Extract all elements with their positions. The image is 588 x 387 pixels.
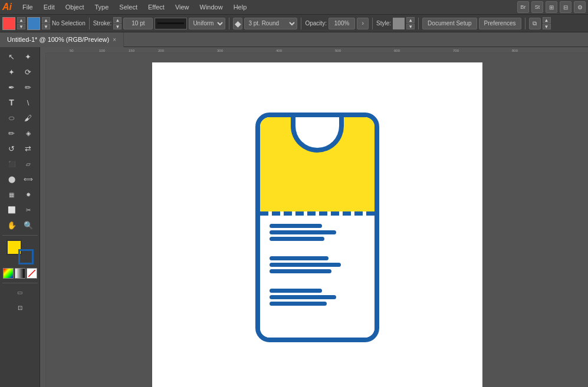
opacity-options-icon[interactable]: ›	[357, 18, 369, 29]
tool-row-10: ▦ ✸	[4, 187, 36, 201]
column-graph-tool[interactable]: ▦	[4, 187, 19, 201]
stroke-type-select[interactable]: Uniform	[189, 18, 225, 29]
ellipse-tool[interactable]: ⬭	[4, 111, 19, 125]
separator-6	[525, 18, 525, 29]
opacity-input[interactable]	[329, 18, 355, 29]
stroke-profile-select[interactable]: 3 pt. Round	[244, 18, 297, 29]
screen-mode-btn[interactable]: ⊡	[12, 300, 28, 315]
stroke-up-arrow[interactable]: ▲	[42, 17, 50, 23]
tool-row-11: ⬜ ✂	[4, 203, 36, 217]
menu-object[interactable]: Object	[61, 2, 89, 12]
zoom-tool[interactable]: 🔍	[21, 218, 36, 232]
text-line-7	[270, 289, 322, 293]
left-toolbar: ↖ ✦ ✦ ⟳ ✒ ✏ T \ ⬭ 🖌 ✏ ◈ ↺ ⇄ ⬛ ▱	[0, 47, 40, 387]
extensions-icon[interactable]: ⚙	[574, 1, 586, 13]
direct-select-tool[interactable]: ✦	[21, 49, 36, 64]
stroke-label: Stroke:	[93, 20, 112, 27]
stock-icon[interactable]: St	[531, 1, 543, 13]
tool-row-4: T \	[4, 95, 36, 110]
separator-2	[229, 18, 229, 29]
menu-type[interactable]: Type	[90, 2, 114, 12]
panels-down[interactable]: ▼	[543, 24, 551, 29]
text-line-1	[270, 224, 322, 228]
fill-stroke-box	[6, 240, 34, 264]
style-up[interactable]: ▲	[406, 17, 415, 23]
reflect-tool[interactable]: ⇄	[21, 141, 36, 156]
preferences-button[interactable]: Preferences	[479, 18, 521, 29]
stroke-box[interactable]	[18, 249, 34, 264]
hand-tool[interactable]: ✋	[4, 218, 19, 232]
stroke-color-swatch[interactable]	[27, 17, 40, 30]
app-logo: Ai	[2, 2, 12, 12]
stroke-size-up[interactable]: ▲	[113, 17, 121, 23]
document-setup-button[interactable]: Document Setup	[422, 18, 477, 29]
opacity-label: Opacity:	[305, 20, 327, 27]
workspace-icon[interactable]: ⊞	[546, 1, 557, 13]
warp-tool[interactable]: ⬤	[4, 172, 19, 186]
stroke-value-input[interactable]	[123, 18, 153, 29]
lasso-tool[interactable]: ⟳	[21, 65, 36, 79]
eraser-tool[interactable]: ◈	[21, 126, 36, 140]
fill-color-swatch[interactable]	[2, 17, 15, 30]
svg-text:200: 200	[158, 49, 165, 52]
separator-4	[372, 18, 373, 29]
vertical-ruler	[40, 53, 46, 387]
tool-row-8: ⬛ ▱	[4, 157, 36, 171]
rotate-tool[interactable]: ↺	[4, 141, 19, 156]
stroke-down-arrow[interactable]: ▼	[42, 24, 50, 29]
text-line-8	[270, 295, 336, 299]
fill-down-arrow[interactable]: ▼	[17, 24, 25, 29]
panels-up[interactable]: ▲	[543, 17, 551, 23]
document-tab[interactable]: Untitled-1* @ 100% (RGB/Preview) ×	[0, 32, 124, 47]
menu-edit[interactable]: Edit	[39, 2, 60, 12]
stroke-options-icon[interactable]: ◆	[233, 18, 242, 29]
style-down[interactable]: ▼	[406, 24, 415, 29]
tool-row-12: ✋ 🔍	[4, 218, 36, 232]
svg-text:700: 700	[453, 49, 459, 52]
color-mode-row	[3, 268, 37, 279]
artboard-tool[interactable]: ⬜	[4, 203, 19, 217]
none-icon[interactable]	[27, 268, 37, 279]
bridge-icon[interactable]: Br	[517, 1, 529, 13]
svg-line-0	[28, 270, 35, 277]
separator-1	[89, 18, 90, 29]
width-tool[interactable]: ⟺	[21, 172, 36, 186]
curvature-tool[interactable]: ✏	[21, 80, 36, 94]
magic-wand-tool[interactable]: ✦	[4, 65, 19, 79]
menu-window[interactable]: Window	[195, 2, 228, 12]
gradient-icon[interactable]	[15, 268, 25, 279]
style-swatch[interactable]	[393, 18, 405, 29]
shear-tool[interactable]: ▱	[21, 157, 36, 171]
svg-text:100: 100	[99, 49, 106, 52]
slice-tool[interactable]: ✂	[21, 203, 36, 217]
draw-normal-btn[interactable]: ▭	[12, 285, 28, 299]
fill-up-arrow[interactable]: ▲	[17, 17, 25, 23]
color-icon[interactable]	[3, 268, 14, 279]
text-tool[interactable]: T	[4, 95, 19, 110]
arrange-icon[interactable]: ⊟	[560, 1, 571, 13]
group-gap-1	[270, 246, 365, 252]
pencil-tool[interactable]: ✏	[4, 126, 19, 140]
menu-view[interactable]: View	[170, 2, 194, 12]
menu-help[interactable]: Help	[229, 2, 252, 12]
menu-effect[interactable]: Effect	[143, 2, 169, 12]
line-tool[interactable]: \	[21, 95, 36, 110]
paintbrush-tool[interactable]: 🖌	[21, 111, 36, 125]
svg-text:150: 150	[129, 49, 135, 52]
symbol-sprayer-tool[interactable]: ✸	[21, 187, 36, 201]
menu-select[interactable]: Select	[114, 2, 142, 12]
text-line-5	[270, 263, 341, 267]
text-line-2	[270, 230, 336, 234]
pen-tool[interactable]: ✒	[4, 80, 19, 94]
menu-file[interactable]: File	[18, 2, 38, 12]
badge-body	[260, 216, 375, 338]
scale-tool[interactable]: ⬛	[4, 157, 19, 171]
stroke-size-down[interactable]: ▼	[113, 24, 121, 29]
arrange-panels-icon[interactable]: ⧉	[529, 18, 541, 29]
tool-row-7: ↺ ⇄	[4, 141, 36, 156]
select-tool[interactable]: ↖	[4, 49, 19, 64]
tab-bar: Untitled-1* @ 100% (RGB/Preview) ×	[0, 32, 588, 47]
svg-text:300: 300	[217, 49, 224, 52]
stroke-line	[157, 22, 184, 24]
tab-close-icon[interactable]: ×	[113, 37, 116, 43]
